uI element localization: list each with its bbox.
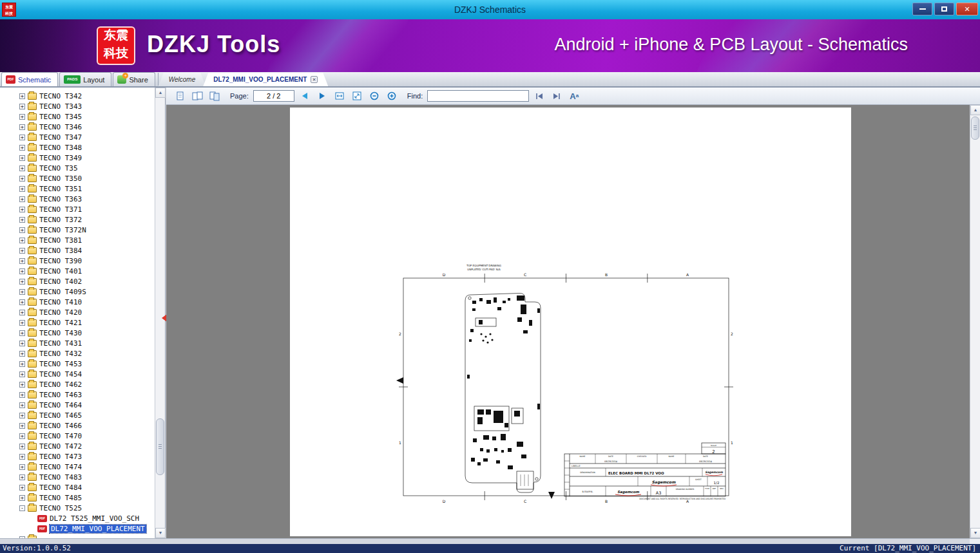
scroll-down-icon[interactable]: ▼ — [155, 528, 166, 538]
find-input[interactable] — [427, 90, 529, 102]
fit-page-icon[interactable] — [350, 89, 364, 102]
tree-folder-item[interactable]: + TECNO T381 — [0, 235, 155, 245]
scroll-up-icon[interactable]: ▲ — [155, 88, 166, 98]
expand-icon[interactable]: + — [19, 423, 25, 429]
tree-folder-item[interactable]: + TECNO T472 — [0, 441, 155, 451]
expand-icon[interactable]: + — [19, 124, 25, 130]
tree-folder-item[interactable]: + TECNO T464 — [0, 400, 155, 410]
tree-folder-item[interactable]: + TECNO T420 — [0, 307, 155, 317]
expand-icon[interactable]: + — [19, 485, 25, 491]
minimize-button[interactable] — [912, 3, 932, 15]
tree-folder-item[interactable]: + TECNO T402 — [0, 276, 155, 286]
expand-icon[interactable]: + — [19, 382, 25, 388]
horizontal-scroll-strip[interactable] — [0, 538, 980, 544]
doc-tab-close-icon[interactable]: ✕ — [311, 76, 318, 83]
previous-page-icon[interactable] — [298, 89, 312, 102]
tree-folder-item[interactable]: + TECNO T470 — [0, 431, 155, 441]
expand-icon[interactable]: + — [19, 135, 25, 140]
tree-folder-item[interactable]: + TECNO T371 — [0, 204, 155, 214]
expand-icon[interactable]: + — [19, 433, 25, 439]
expand-icon[interactable]: + — [19, 258, 25, 264]
viewer-scrollbar[interactable]: ▲ ▼ — [970, 105, 980, 538]
expand-icon[interactable]: + — [19, 217, 25, 223]
tree-folder-item[interactable]: + TECNO T372N — [0, 225, 155, 235]
doc-tab-placement[interactable]: DL72_MMI_VOO_PLACEMENT ✕ — [203, 73, 328, 86]
page-number-input[interactable] — [253, 90, 294, 102]
tree-folder-item[interactable]: + TECNO T474 — [0, 462, 155, 472]
expand-icon[interactable]: + — [19, 444, 25, 449]
tree-folder-item[interactable]: + TECNO T462 — [0, 379, 155, 389]
tree-folder-item[interactable]: + TECNO T453 — [0, 359, 155, 369]
facing-pages-icon[interactable] — [190, 89, 204, 102]
tree-folder-item[interactable]: + TECNO T347 — [0, 132, 155, 142]
tree-folder-item[interactable]: + TECNO T343 — [0, 101, 155, 111]
expand-icon[interactable]: + — [19, 165, 25, 171]
expand-icon[interactable]: + — [19, 320, 25, 326]
tree-folder-item[interactable]: + TECNO T430 — [0, 328, 155, 338]
expand-icon[interactable]: + — [19, 299, 25, 305]
tree-file-item-selected[interactable]: PDF DL72_MMI_VOO_PLACEMENT — [0, 523, 155, 534]
expand-icon[interactable]: + — [19, 248, 25, 254]
tree-folder-item[interactable]: + TECNO T350 — [0, 173, 155, 183]
expand-icon[interactable]: + — [19, 176, 25, 182]
expand-icon[interactable]: + — [19, 464, 25, 470]
expand-icon[interactable]: + — [19, 155, 25, 161]
maximize-button[interactable] — [934, 3, 954, 15]
tree-folder-item[interactable]: + TECNO T466 — [0, 420, 155, 431]
tree-file-item[interactable]: PDF DL72 T525_MMI_VOO_SCH — [0, 513, 155, 523]
tree-folder-item[interactable]: + TECNO T345 — [0, 111, 155, 122]
tree-folder-item[interactable]: + TECNO T485 — [0, 492, 155, 503]
expand-icon[interactable]: + — [19, 196, 25, 202]
expand-icon[interactable]: + — [19, 227, 25, 233]
expand-icon[interactable]: + — [19, 186, 25, 192]
tree-scrollbar-thumb[interactable] — [156, 418, 164, 475]
tree-folder-item[interactable]: + TECNO T35 — [0, 163, 155, 173]
tree-folder-item-partial[interactable]: + — [0, 534, 155, 538]
fit-width-icon[interactable] — [332, 89, 347, 102]
next-page-icon[interactable] — [315, 89, 329, 102]
expand-icon[interactable]: + — [19, 310, 25, 315]
tree-folder-item[interactable]: + TECNO T351 — [0, 183, 155, 194]
close-button[interactable]: ✕ — [956, 3, 978, 15]
tree-folder-item[interactable]: + TECNO T431 — [0, 338, 155, 348]
tree-scrollbar[interactable]: ▲ ▼ — [155, 88, 165, 538]
expand-icon[interactable]: + — [19, 114, 25, 120]
tree-folder-item[interactable]: + TECNO T454 — [0, 369, 155, 379]
expand-icon[interactable]: + — [19, 207, 25, 212]
expand-icon[interactable]: + — [19, 351, 25, 357]
expand-icon[interactable]: + — [19, 413, 25, 418]
scroll-down-icon[interactable]: ▼ — [970, 528, 980, 538]
expand-icon[interactable]: + — [19, 330, 25, 336]
collapse-icon[interactable]: - — [19, 505, 25, 511]
viewer-scrollbar-thumb[interactable] — [971, 117, 979, 140]
font-size-icon[interactable]: Aa — [567, 89, 581, 102]
tree-folder-item[interactable]: + TECNO T465 — [0, 410, 155, 420]
tree-folder-item[interactable]: + TECNO T484 — [0, 482, 155, 492]
tree-folder-item[interactable]: + TECNO T346 — [0, 122, 155, 132]
tab-share[interactable]: Share — [113, 72, 155, 86]
expand-icon[interactable]: + — [19, 392, 25, 398]
schematic-tree[interactable]: + TECNO T342 + TECNO T343 + — [0, 88, 155, 538]
expand-icon[interactable]: + — [19, 371, 25, 377]
tree-folder-item[interactable]: + TECNO T349 — [0, 153, 155, 163]
single-page-icon[interactable] — [173, 89, 187, 102]
zoom-in-icon[interactable] — [385, 89, 399, 102]
tab-pads-layout[interactable]: PADS Layout — [59, 72, 111, 86]
tree-folder-item[interactable]: + TECNO T342 — [0, 91, 155, 101]
tree-folder-item[interactable]: + TECNO T409S — [0, 286, 155, 297]
tree-folder-item[interactable]: + TECNO T432 — [0, 348, 155, 359]
tree-folder-item[interactable]: + TECNO T390 — [0, 256, 155, 266]
expand-icon[interactable]: + — [19, 454, 25, 460]
find-previous-icon[interactable] — [532, 89, 546, 102]
zoom-out-icon[interactable] — [367, 89, 381, 102]
tree-folder-item[interactable]: + TECNO T384 — [0, 245, 155, 256]
tree-folder-item[interactable]: + TECNO T483 — [0, 472, 155, 482]
expand-icon[interactable]: + — [19, 268, 25, 274]
continuous-pages-icon[interactable] — [207, 89, 222, 102]
pdf-viewer-canvas[interactable]: TOP EQUIPMENT DRAWING UNPLATED 'CUTI PAD… — [166, 105, 970, 538]
tree-folder-item[interactable]: + TECNO T463 — [0, 389, 155, 400]
tree-folder-item[interactable]: + TECNO T473 — [0, 451, 155, 462]
expand-icon[interactable]: + — [19, 279, 25, 285]
tree-folder-item[interactable]: + TECNO T372 — [0, 214, 155, 225]
scroll-up-icon[interactable]: ▲ — [970, 105, 980, 115]
